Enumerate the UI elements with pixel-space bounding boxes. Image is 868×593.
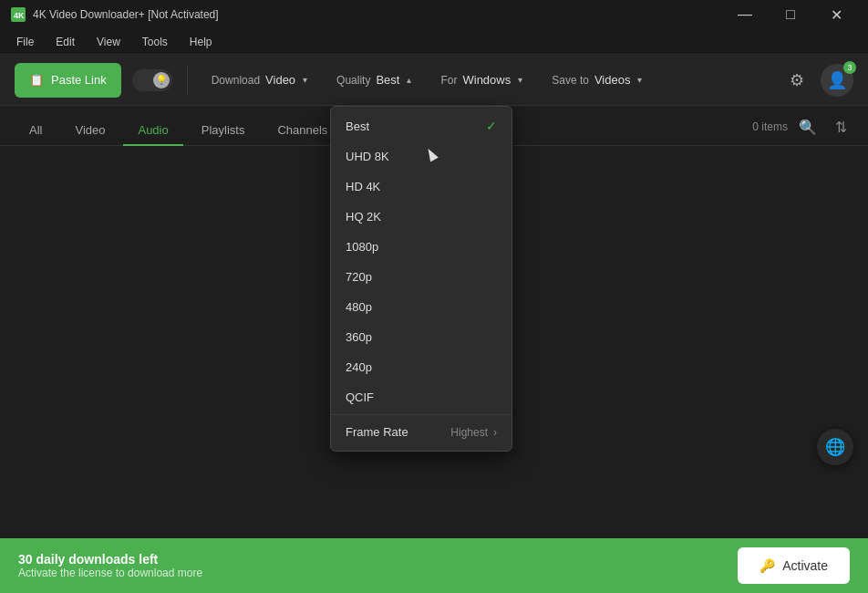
user-badge: 3 xyxy=(843,61,856,74)
tab-all[interactable]: All xyxy=(15,116,57,146)
app-icon: 4K xyxy=(11,7,26,22)
user-button[interactable]: 👤 3 xyxy=(821,64,853,97)
window-controls: — □ ✕ xyxy=(724,0,857,29)
title-bar: 4K 4K Video Downloader+ [Not Activated] … xyxy=(0,0,868,29)
downloads-left-text: 30 daily downloads left xyxy=(18,552,202,567)
quality-option-qcif[interactable]: QCIF xyxy=(331,382,512,412)
quality-option-qcif-label: QCIF xyxy=(346,390,374,404)
window-title: 4K Video Downloader+ [Not Activated] xyxy=(33,8,219,21)
gear-icon: ⚙ xyxy=(790,70,804,90)
quality-option-360p[interactable]: 360p xyxy=(331,322,512,352)
activate-label: Activate xyxy=(782,558,828,573)
frame-rate-option[interactable]: Frame Rate Highest › xyxy=(331,417,512,447)
dropdown-divider xyxy=(331,414,512,415)
menu-file[interactable]: File xyxy=(7,32,43,52)
bottom-bar: 30 daily downloads left Activate the lic… xyxy=(0,538,868,593)
tab-playlists[interactable]: Playlists xyxy=(187,116,260,146)
quality-option-720p-label: 720p xyxy=(346,270,372,284)
menu-help[interactable]: Help xyxy=(181,32,222,52)
globe-icon: 🌐 xyxy=(825,437,845,457)
paste-link-label: Paste Link xyxy=(51,73,107,87)
save-to-control[interactable]: Save to Videos ▾ xyxy=(542,64,651,97)
check-mark-icon: ✓ xyxy=(486,119,497,133)
download-label: Download xyxy=(212,74,260,87)
menu-bar: File Edit View Tools Help xyxy=(0,29,868,55)
maximize-button[interactable]: □ xyxy=(770,0,811,29)
for-control[interactable]: For Windows ▾ xyxy=(431,64,532,97)
menu-edit[interactable]: Edit xyxy=(46,32,84,52)
frame-rate-value: Highest xyxy=(450,426,488,439)
quality-option-1080p-label: 1080p xyxy=(346,240,378,254)
settings-button[interactable]: ⚙ xyxy=(780,64,813,97)
quality-option-best-label: Best xyxy=(346,120,369,133)
paste-link-button[interactable]: 📋 Paste Link xyxy=(15,63,121,98)
sort-button[interactable]: ⇅ xyxy=(828,114,853,140)
toolbar-sep-1 xyxy=(187,66,188,95)
save-to-label: Save to xyxy=(552,74,589,87)
for-value: Windows xyxy=(462,73,511,87)
frame-rate-value-container: Highest › xyxy=(450,426,497,439)
tab-video[interactable]: Video xyxy=(60,116,119,146)
activate-button[interactable]: 🔑 Activate xyxy=(738,547,850,584)
quality-option-480p[interactable]: 480p xyxy=(331,292,512,322)
tabs-right: 0 items 🔍 ⇅ xyxy=(752,114,853,145)
toggle-circle-icon: 💡 xyxy=(153,72,170,88)
quality-option-uhd8k[interactable]: UHD 8K xyxy=(331,141,512,172)
frame-rate-label: Frame Rate xyxy=(346,425,408,439)
quality-option-480p-label: 480p xyxy=(346,300,372,314)
user-icon: 👤 xyxy=(827,70,847,90)
quality-chevron: ▴ xyxy=(407,75,411,85)
quality-option-uhd8k-label: UHD 8K xyxy=(346,150,389,163)
quality-option-240p[interactable]: 240p xyxy=(331,352,512,382)
quality-option-best[interactable]: Best ✓ xyxy=(331,110,512,141)
quality-label: Quality xyxy=(336,74,370,87)
download-type-control[interactable]: Download Video ▾ xyxy=(202,64,316,97)
close-button[interactable]: ✕ xyxy=(815,0,857,29)
search-icon: 🔍 xyxy=(799,119,817,136)
toolbar-right: ⚙ 👤 3 xyxy=(780,64,853,97)
minimize-button[interactable]: — xyxy=(724,0,766,29)
activate-subtitle: Activate the license to download more xyxy=(18,567,202,579)
globe-button[interactable]: 🌐 xyxy=(817,429,853,465)
quality-option-hd4k[interactable]: HD 4K xyxy=(331,172,512,202)
toolbar: 📋 Paste Link 💡 Download Video ▾ Quality … xyxy=(0,55,868,106)
download-type-value: Video xyxy=(265,73,295,87)
quality-dropdown: Best ✓ UHD 8K HD 4K HQ 2K 1080p 720p 480… xyxy=(330,106,512,452)
items-count: 0 items xyxy=(752,120,788,133)
bottom-bar-text: 30 daily downloads left Activate the lic… xyxy=(18,552,202,579)
quality-option-hq2k[interactable]: HQ 2K xyxy=(331,202,512,232)
quality-option-hq2k-label: HQ 2K xyxy=(346,210,381,224)
for-label: For xyxy=(440,74,457,87)
theme-toggle[interactable]: 💡 xyxy=(132,69,172,91)
quality-option-240p-label: 240p xyxy=(346,360,372,374)
quality-option-1080p[interactable]: 1080p xyxy=(331,232,512,262)
for-chevron: ▾ xyxy=(518,75,522,85)
svg-text:4K: 4K xyxy=(14,11,25,20)
tab-audio[interactable]: Audio xyxy=(123,116,182,146)
quality-value: Best xyxy=(376,73,399,87)
activate-key-icon: 🔑 xyxy=(760,558,775,573)
frame-rate-chevron-icon: › xyxy=(493,426,497,439)
save-to-value: Videos xyxy=(594,73,631,87)
search-button[interactable]: 🔍 xyxy=(795,114,821,140)
menu-tools[interactable]: Tools xyxy=(133,32,177,52)
quality-control[interactable]: Quality Best ▴ xyxy=(327,64,420,97)
title-bar-left: 4K 4K Video Downloader+ [Not Activated] xyxy=(11,7,219,22)
quality-option-360p-label: 360p xyxy=(346,330,372,344)
save-to-chevron: ▾ xyxy=(637,75,642,85)
paste-icon: 📋 xyxy=(29,73,44,87)
quality-option-hd4k-label: HD 4K xyxy=(346,180,380,193)
menu-view[interactable]: View xyxy=(88,32,129,52)
quality-option-720p[interactable]: 720p xyxy=(331,262,512,292)
sort-icon: ⇅ xyxy=(835,119,847,136)
download-type-chevron: ▾ xyxy=(303,75,307,85)
